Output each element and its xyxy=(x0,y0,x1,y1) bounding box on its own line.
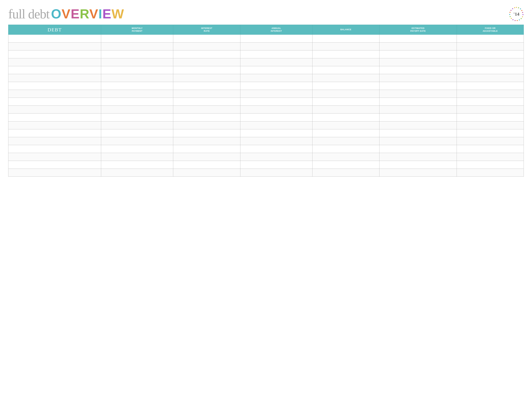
table-cell xyxy=(8,129,101,137)
table-cell xyxy=(173,35,240,42)
table-cell xyxy=(380,51,457,58)
table-cell xyxy=(457,58,524,66)
table-cell xyxy=(380,35,457,42)
table-row xyxy=(8,169,524,177)
table-cell xyxy=(101,106,173,114)
table-cell xyxy=(173,58,240,66)
table-cell xyxy=(240,106,312,114)
table-cell xyxy=(312,66,379,74)
svg-point-3 xyxy=(520,8,521,9)
table-cell xyxy=(312,169,379,177)
table-cell xyxy=(312,106,379,114)
table-cell xyxy=(457,66,524,74)
table-cell xyxy=(240,161,312,169)
table-cell xyxy=(380,153,457,161)
table-cell xyxy=(173,66,240,74)
table-cell xyxy=(380,106,457,114)
table-cell xyxy=(173,129,240,137)
table-cell xyxy=(173,82,240,90)
table-row xyxy=(8,74,524,82)
table-cell xyxy=(457,51,524,58)
table-cell xyxy=(173,114,240,121)
table-row xyxy=(8,42,524,51)
table-cell xyxy=(101,98,173,106)
table-cell xyxy=(8,58,101,66)
title-overview: OVERVIEW xyxy=(51,7,124,21)
table-cell xyxy=(173,137,240,145)
table-cell xyxy=(173,161,240,169)
table-row xyxy=(8,82,524,90)
table-cell xyxy=(240,145,312,153)
table-cell xyxy=(380,137,457,145)
table-row xyxy=(8,137,524,145)
table-cell xyxy=(173,106,240,114)
svg-point-14 xyxy=(510,16,511,17)
letter-v2: V xyxy=(89,7,98,21)
table-cell xyxy=(312,90,379,98)
table-cell xyxy=(8,98,101,106)
table-cell xyxy=(8,114,101,121)
table-cell xyxy=(173,153,240,161)
title-thin: full debt xyxy=(8,7,50,21)
table-cell xyxy=(240,129,312,137)
table-cell xyxy=(457,90,524,98)
table-cell xyxy=(380,42,457,51)
letter-e: E xyxy=(71,7,80,21)
table-cell xyxy=(312,35,379,42)
table-cell xyxy=(457,145,524,153)
table-cell xyxy=(101,121,173,129)
table-cell xyxy=(380,74,457,82)
table-cell xyxy=(457,137,524,145)
table-row xyxy=(8,66,524,74)
table-cell xyxy=(101,153,173,161)
table-cell xyxy=(8,161,101,169)
table-cell xyxy=(101,114,173,121)
table-cell xyxy=(8,35,101,42)
table-row xyxy=(8,90,524,98)
svg-point-16 xyxy=(509,12,510,13)
table-cell xyxy=(8,82,101,90)
svg-point-11 xyxy=(515,20,516,21)
table-cell xyxy=(312,74,379,82)
table-cell xyxy=(312,114,379,121)
svg-point-8 xyxy=(521,18,522,19)
svg-point-7 xyxy=(522,16,523,17)
table-cell xyxy=(173,169,240,177)
table-cell xyxy=(312,42,379,51)
table-cell xyxy=(240,98,312,106)
table-cell xyxy=(457,82,524,90)
table-cell xyxy=(457,169,524,177)
table-cell xyxy=(240,121,312,129)
table-cell xyxy=(173,145,240,153)
table-cell xyxy=(173,42,240,51)
year-badge: '14 xyxy=(509,7,524,21)
table-cell xyxy=(240,169,312,177)
svg-point-19 xyxy=(514,7,515,8)
letter-o: O xyxy=(51,7,62,21)
table-cell xyxy=(380,145,457,153)
table-row xyxy=(8,121,524,129)
title-area: full debt OVERVIEW xyxy=(8,7,124,21)
table-row xyxy=(8,35,524,42)
table-cell xyxy=(457,74,524,82)
table-cell xyxy=(312,137,379,145)
debt-table: DEBT MONTHLYPAYMENT INTERESTRATE ANNUALI… xyxy=(8,25,524,177)
table-cell xyxy=(240,35,312,42)
table-row xyxy=(8,161,524,169)
table-row xyxy=(8,114,524,121)
table-cell xyxy=(457,161,524,169)
table-cell xyxy=(101,42,173,51)
table-cell xyxy=(457,35,524,42)
table-cell xyxy=(312,98,379,106)
table-cell xyxy=(8,106,101,114)
letter-e2: E xyxy=(102,7,112,21)
table-cell xyxy=(240,51,312,58)
table-cell xyxy=(240,82,312,90)
table-cell xyxy=(101,129,173,137)
col-header-payoff: ESTIMATEDPAYOFF DATE xyxy=(380,25,457,35)
table-cell xyxy=(457,129,524,137)
table-row xyxy=(8,106,524,114)
table-cell xyxy=(380,58,457,66)
table-row xyxy=(8,153,524,161)
svg-point-13 xyxy=(511,18,512,19)
